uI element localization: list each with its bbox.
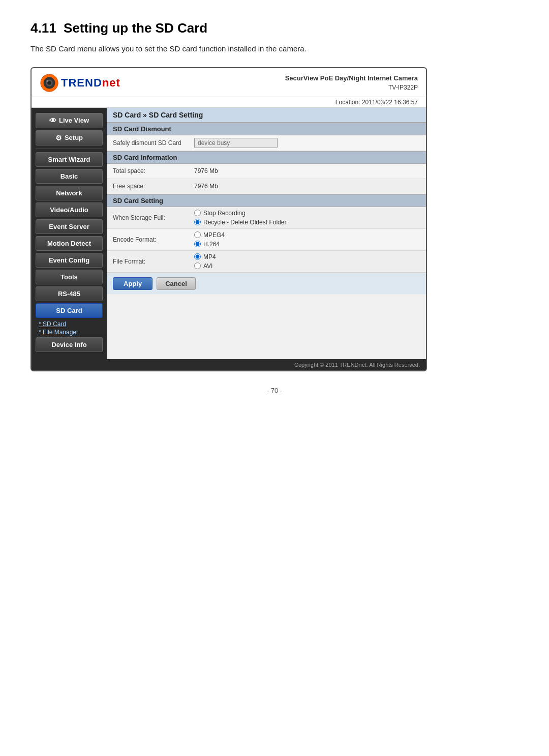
total-space-label: Total space: — [113, 167, 194, 175]
location-bar: Location: 2011/03/22 16:36:57 — [32, 97, 426, 108]
ui-header: TRENDnet SecurView PoE Day/Night Interne… — [32, 68, 426, 97]
sidebar-item-rs485[interactable]: RS-485 — [36, 286, 103, 301]
sidebar-item-network[interactable]: Network — [36, 186, 103, 200]
live-view-button[interactable]: 👁 Live View — [36, 113, 103, 128]
chapter-title: 4.11 Setting up the SD Card — [30, 20, 518, 36]
free-space-label: Free space: — [113, 183, 194, 190]
total-space-value: 7976 Mb — [194, 167, 420, 175]
product-info: SecurView PoE Day/Night Internet Camera … — [285, 73, 418, 93]
file-format-options: MP4 AVI — [194, 253, 420, 270]
content-breadcrumb: SD Card » SD Card Setting — [107, 108, 426, 123]
sidebar-item-event-config[interactable]: Event Config — [36, 253, 103, 268]
sidebar-item-event-server[interactable]: Event Server — [36, 219, 103, 234]
dismount-row: Safely dismount SD Card — [107, 135, 426, 151]
camera-ui-container: TRENDnet SecurView PoE Day/Night Interne… — [30, 67, 427, 371]
total-space-row: Total space: 7976 Mb — [107, 164, 426, 179]
sd-card-link[interactable]: * SD Card — [36, 320, 103, 328]
mp4-label: MP4 — [203, 253, 216, 260]
dismount-value — [194, 138, 420, 148]
stop-recording-radio[interactable] — [194, 210, 201, 216]
recycle-option[interactable]: Recycle - Delete Oldest Folder — [194, 219, 420, 226]
avi-radio[interactable] — [194, 263, 201, 269]
gear-icon: ⚙ — [55, 134, 62, 142]
page-number: - 70 - — [30, 387, 518, 394]
stop-recording-label: Stop Recording — [203, 210, 246, 217]
free-space-row: Free space: 7976 Mb — [107, 179, 426, 194]
ui-footer: Copyright © 2011 TRENDnet. All Rights Re… — [32, 359, 426, 370]
free-space-value: 7976 Mb — [194, 183, 420, 190]
stop-recording-option[interactable]: Stop Recording — [194, 210, 420, 217]
encode-format-options: MPEG4 H.264 — [194, 231, 420, 248]
h264-label: H.264 — [203, 241, 220, 248]
avi-label: AVI — [203, 263, 212, 270]
cancel-button[interactable]: Cancel — [157, 277, 196, 290]
content-area: SD Card » SD Card Setting SD Card Dismou… — [107, 108, 426, 359]
file-manager-link[interactable]: * File Manager — [36, 328, 103, 336]
svg-point-4 — [46, 80, 48, 82]
sd-card-submenu: * SD Card * File Manager — [36, 320, 103, 336]
logo-text: TRENDnet — [61, 76, 120, 90]
h264-option[interactable]: H.264 — [194, 241, 420, 248]
setup-button[interactable]: ⚙ Setup — [36, 130, 103, 146]
trendnet-logo-icon — [40, 73, 59, 93]
file-format-label: File Format: — [113, 258, 194, 265]
file-format-row: File Format: MP4 AVI — [107, 251, 426, 273]
section-info-title: SD Card Information — [107, 151, 426, 164]
encode-format-row: Encode Format: MPEG4 H.264 — [107, 229, 426, 251]
section-setting-title: SD Card Setting — [107, 194, 426, 207]
sidebar-item-device-info[interactable]: Device Info — [36, 337, 103, 352]
intro-text: The SD Card menu allows you to set the S… — [30, 43, 518, 55]
mpeg4-radio[interactable] — [194, 231, 201, 238]
sidebar-item-video-audio[interactable]: Video/Audio — [36, 202, 103, 217]
storage-full-label: When Storage Full: — [113, 214, 194, 221]
sidebar-item-basic[interactable]: Basic — [36, 169, 103, 184]
dismount-input[interactable] — [194, 138, 278, 148]
sidebar-item-motion-detect[interactable]: Motion Detect — [36, 236, 103, 251]
sidebar-divider — [36, 149, 103, 149]
recycle-label: Recycle - Delete Oldest Folder — [203, 219, 286, 226]
dismount-label: Safely dismount SD Card — [113, 139, 194, 147]
avi-option[interactable]: AVI — [194, 263, 420, 270]
sidebar-item-smart-wizard[interactable]: Smart Wizard — [36, 152, 103, 167]
mpeg4-label: MPEG4 — [203, 231, 225, 239]
sidebar-item-tools[interactable]: Tools — [36, 270, 103, 284]
sidebar: 👁 Live View ⚙ Setup Smart Wizard Basic N… — [32, 108, 107, 359]
eye-icon: 👁 — [49, 117, 56, 125]
logo: TRENDnet — [40, 73, 120, 93]
apply-button[interactable]: Apply — [113, 277, 152, 290]
mp4-option[interactable]: MP4 — [194, 253, 420, 260]
sidebar-item-sd-card[interactable]: SD Card — [36, 303, 103, 318]
section-dismount-title: SD Card Dismount — [107, 123, 426, 135]
storage-full-row: When Storage Full: Stop Recording Recycl… — [107, 207, 426, 229]
mpeg4-option[interactable]: MPEG4 — [194, 231, 420, 239]
button-row: Apply Cancel — [107, 273, 426, 294]
recycle-radio[interactable] — [194, 219, 201, 225]
encode-format-label: Encode Format: — [113, 236, 194, 243]
ui-body: 👁 Live View ⚙ Setup Smart Wizard Basic N… — [32, 108, 426, 359]
h264-radio[interactable] — [194, 241, 201, 247]
storage-full-options: Stop Recording Recycle - Delete Oldest F… — [194, 210, 420, 226]
mp4-radio[interactable] — [194, 253, 201, 260]
